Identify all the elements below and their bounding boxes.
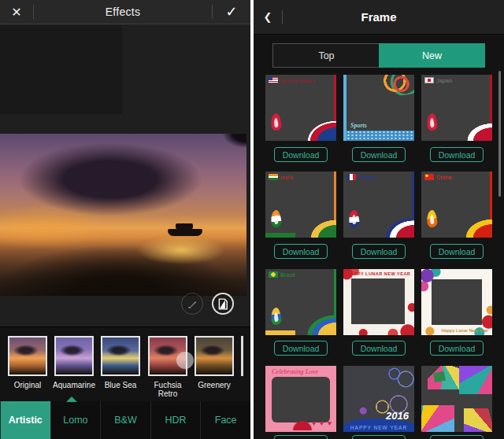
frame-thumbnail-celebrating-love[interactable]: Celebrating Love (265, 366, 336, 432)
filter-preview (56, 338, 92, 374)
close-icon[interactable]: ✕ (0, 5, 33, 20)
filters-strip: Original Aquamarine Blue Sea Fuchsia Ret… (0, 326, 250, 401)
frame-thumbnail-lunar-flowers[interactable]: Happy Lunar New Year (421, 269, 492, 335)
frame-year-label: 2016 (386, 410, 409, 422)
filter-label: Fuchsia Retro (144, 381, 191, 398)
frame-thumbnail-india[interactable]: India (265, 172, 336, 238)
selected-tab-notch (66, 397, 77, 402)
download-button[interactable]: Download (430, 244, 484, 259)
frame-thumbnail-brazil[interactable]: Brazil (265, 269, 336, 335)
download-button[interactable]: Download (430, 341, 484, 356)
filter-label: Original (4, 381, 51, 389)
japan-flag-icon (424, 77, 434, 83)
filter-thumb-bluesea[interactable] (101, 336, 140, 376)
download-button[interactable]: Download (352, 341, 406, 356)
tab-artistic[interactable]: Artistic (0, 401, 50, 439)
frame-country-label: China (436, 175, 451, 180)
brazil-flag-icon (269, 271, 278, 278)
hearts-decoration (312, 419, 332, 427)
frame-country-label: Japan (436, 78, 452, 83)
photo-preview[interactable] (0, 134, 246, 296)
filter-thumb-original[interactable] (8, 336, 47, 376)
compare-original-button[interactable] (212, 293, 234, 315)
frame-country-label: India (280, 175, 293, 180)
frame-caption: Celebrating Love (272, 367, 318, 375)
tab-lomo[interactable]: Lomo (50, 401, 101, 439)
download-button[interactable]: Download (352, 244, 406, 259)
download-button[interactable]: Download (352, 147, 406, 162)
topbar-divider (282, 10, 283, 24)
scroll-indicator-dot[interactable] (176, 352, 194, 369)
brush-icon (187, 298, 198, 310)
frame-title: Frame (254, 10, 504, 24)
tab-bw[interactable]: B&W (100, 401, 150, 439)
download-button[interactable]: Download (430, 435, 484, 439)
filter-category-tabs: Artistic Lomo B&W HDR Face (0, 401, 250, 439)
boat-silhouette (168, 229, 202, 236)
frame-caption: Sports (350, 122, 367, 129)
india-flag-icon (269, 174, 278, 180)
frame-thumbnail-new-year-2016[interactable]: 2016 HAPPY NEW YEAR (343, 366, 414, 432)
frame-thumbnail-lunar-new-year[interactable]: HAPPY LUNAR NEW YEAR (343, 269, 414, 335)
filter-label: Greenery (191, 381, 238, 389)
screenshot-stage: ✕ Effects ✓ (0, 0, 504, 439)
frame-thumbnail-united-states[interactable]: United States (265, 75, 336, 141)
download-button[interactable]: Download (352, 435, 406, 439)
filter-preview (196, 338, 232, 374)
frame-thumbnail-japan[interactable]: Japan (421, 75, 492, 141)
china-flag-icon (424, 174, 434, 180)
download-button[interactable]: Download (274, 147, 328, 162)
download-button[interactable]: Download (274, 244, 328, 259)
frame-sort-tabs: Top New (272, 43, 485, 68)
effects-title: Effects (34, 6, 212, 18)
frame-country-label: United States (280, 78, 316, 83)
filter-preview (102, 338, 139, 374)
frame-topbar: ❮ Frame (254, 0, 504, 35)
frame-country-label: Brazil (280, 272, 295, 278)
frame-caption: HAPPY LUNAR NEW YEAR (343, 271, 414, 276)
frame-thumbnail-china[interactable]: China (421, 172, 492, 238)
frame-screen: ❮ Frame Top New United States Download S… (254, 0, 504, 439)
filter-thumb-greenery[interactable] (195, 336, 234, 376)
brush-tool-button[interactable] (181, 293, 203, 315)
filter-label: Aquamarine (50, 381, 98, 389)
filter-thumb-aquamarine[interactable] (54, 336, 94, 376)
confirm-check-icon[interactable]: ✓ (213, 3, 250, 20)
filter-label: Blue Sea (97, 381, 144, 389)
frame-thumbnail-france[interactable]: France (343, 172, 414, 238)
frame-caption: HAPPY NEW YEAR (343, 425, 414, 430)
frame-thumbnail-triangles[interactable] (421, 366, 492, 432)
filter-preview (9, 338, 46, 374)
compare-icon (217, 298, 228, 310)
palm-silhouette (223, 134, 246, 148)
tab-top[interactable]: Top (273, 44, 380, 67)
next-filter-edge (241, 336, 243, 376)
frame-thumbnail-sports[interactable]: Sports (343, 75, 414, 141)
us-flag-icon (269, 77, 278, 83)
download-button[interactable]: Download (430, 147, 484, 162)
france-flag-icon (346, 174, 356, 180)
effects-screen: ✕ Effects ✓ (0, 0, 250, 439)
tab-new[interactable]: New (379, 43, 485, 68)
download-button[interactable]: Download (274, 435, 328, 439)
frame-caption: Happy Lunar New Year (441, 328, 488, 333)
tab-face[interactable]: Face (200, 401, 250, 439)
download-button[interactable]: Download (274, 341, 328, 356)
effects-topbar: ✕ Effects ✓ (0, 0, 250, 24)
vertical-scrollbar[interactable] (498, 71, 501, 197)
background-shade (0, 25, 122, 114)
back-icon[interactable]: ❮ (254, 11, 282, 23)
frame-country-label: France (358, 175, 376, 180)
tab-hdr[interactable]: HDR (150, 401, 201, 439)
